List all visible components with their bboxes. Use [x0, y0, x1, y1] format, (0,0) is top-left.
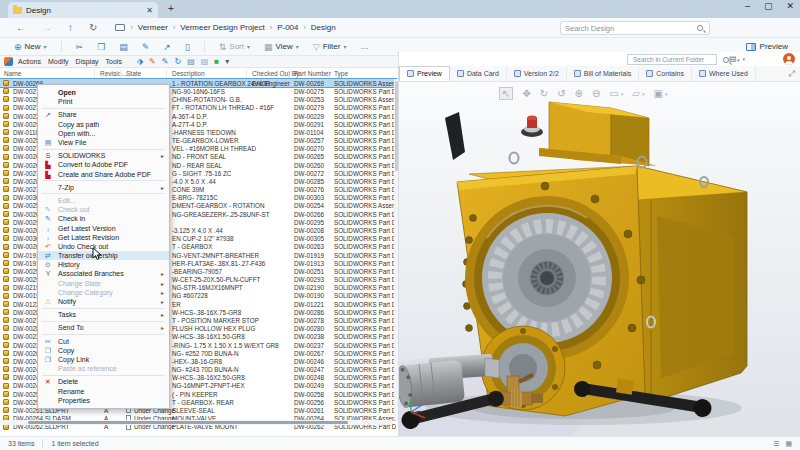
context-menu-item-copy-as-path[interactable]: Copy as path: [38, 120, 169, 129]
document-down-icon[interactable]: ▤: [187, 58, 195, 66]
roll-tool-icon[interactable]: ↺: [557, 88, 565, 99]
tab-data-card[interactable]: Data Card: [450, 66, 507, 81]
context-menu-item-view-file[interactable]: View File▤: [38, 138, 169, 147]
tab-bill-of-materials[interactable]: Bill of Materials: [567, 66, 639, 81]
document-add-icon[interactable]: ▤: [201, 58, 209, 66]
menu-display[interactable]: Display: [76, 58, 99, 65]
pin-icon[interactable]: ⬗: [137, 58, 143, 66]
new-button[interactable]: ⊕New▾: [14, 42, 47, 52]
tab-close-icon[interactable]: ✕: [146, 6, 153, 15]
green-build-icon[interactable]: ■: [214, 58, 219, 66]
expand-panel-icon[interactable]: ⤢: [789, 69, 795, 79]
rotate-tool-icon[interactable]: ↻: [540, 88, 548, 99]
context-menu-item-transfer-ownership[interactable]: Transfer ownership⇄: [38, 251, 169, 260]
context-menu-item-rename[interactable]: Rename: [38, 386, 169, 395]
cell: -3.125 X 4.0 X .44: [172, 227, 223, 234]
zoom-out-tool-icon[interactable]: ⊖: [592, 88, 600, 99]
get-latest-icon[interactable]: ↻: [174, 58, 181, 66]
preview-toggle-button[interactable]: Preview: [746, 42, 788, 51]
3d-viewer[interactable]: ↖✥↻↺⊕⊖▭▾▱▾▣▾: [399, 82, 800, 436]
context-menu-item-copy-link[interactable]: Copy Link❐: [38, 355, 169, 364]
back-icon[interactable]: ←: [16, 22, 26, 33]
menu-tools[interactable]: Tools: [106, 58, 122, 65]
pdm-list-options-icon[interactable]: ▤: [729, 54, 737, 63]
undo-check-out-icon: ↶: [44, 243, 52, 250]
copy-button[interactable]: ❐: [97, 42, 105, 52]
tab-preview[interactable]: Preview: [399, 66, 450, 81]
context-menu-item-properties[interactable]: Properties: [38, 396, 169, 405]
column-header-description[interactable]: Description: [172, 70, 205, 77]
rename-button[interactable]: ✎: [142, 42, 150, 52]
context-menu-item-delete[interactable]: Delete✕: [38, 377, 169, 386]
breadcrumb-item[interactable]: P-004: [277, 23, 298, 32]
context-menu-item-7-zip[interactable]: 7-Zip▸: [38, 183, 169, 192]
horizontal-scrollbar[interactable]: [0, 420, 392, 425]
maximize-button[interactable]: ▢: [764, 1, 773, 11]
context-menu-item-copy[interactable]: Copy❐: [38, 346, 169, 355]
breadcrumb-item[interactable]: Vermeer Design Project: [180, 23, 264, 32]
column-header-state[interactable]: State: [126, 70, 141, 77]
fit-view-tool-icon[interactable]: ▭▾: [609, 88, 623, 99]
check-out-icon[interactable]: ✎: [149, 58, 156, 66]
tab-where-used[interactable]: Where Used: [692, 66, 756, 81]
user-avatar[interactable]: [783, 53, 795, 65]
tab-version-2-2[interactable]: Version 2/2: [507, 66, 567, 81]
details-view-icon[interactable]: ☰: [773, 440, 779, 448]
column-header-revisio-[interactable]: Revisio...: [100, 70, 127, 77]
cut-button[interactable]: ✂: [76, 42, 84, 52]
context-menu-item-check-in[interactable]: Check in✎: [38, 214, 169, 223]
context-menu-item-create-and-share-adobe-pdf[interactable]: Create and Share Adobe PDF▙: [38, 170, 169, 179]
search-input[interactable]: [561, 24, 697, 33]
dropdown-caret-icon[interactable]: ▾: [225, 58, 229, 66]
sort-button[interactable]: ⇅Sort▾: [219, 42, 250, 52]
share-button[interactable]: ↗: [163, 42, 171, 52]
zoom-in-tool-icon[interactable]: ⊕: [575, 88, 583, 99]
paste-button[interactable]: ▤: [119, 42, 128, 52]
pdm-search-box[interactable]: ▾: [627, 54, 717, 65]
context-menu-item-get-latest-version[interactable]: Get Latest Version↓: [38, 223, 169, 232]
context-menu-item-open[interactable]: Open: [38, 88, 169, 97]
context-menu-item-tasks[interactable]: Tasks▸: [38, 310, 169, 319]
column-header-name[interactable]: Name: [4, 70, 21, 77]
check-in-icon[interactable]: ✎: [162, 58, 169, 66]
context-menu-item-cut[interactable]: Cut✂: [38, 337, 169, 346]
cell: DW-01913: [294, 260, 324, 267]
pdm-search-input[interactable]: [631, 55, 723, 64]
context-menu-item-convert-to-adobe-pdf[interactable]: Convert to Adobe PDF▙: [38, 160, 169, 169]
context-menu-item-print[interactable]: Print: [38, 97, 169, 106]
explorer-tab-design[interactable]: Design ✕: [8, 2, 158, 18]
more-button[interactable]: …: [360, 42, 368, 51]
filter-button[interactable]: ▽Filter▾: [313, 42, 347, 52]
column-header-type[interactable]: Type: [334, 70, 348, 77]
large-icons-view-icon[interactable]: ▦: [785, 440, 792, 448]
view-button[interactable]: ▦View▾: [264, 42, 299, 52]
up-icon[interactable]: ↑: [68, 22, 73, 33]
context-menu-item-associated-branches[interactable]: Associated BranchesY▸: [38, 269, 169, 278]
forward-icon[interactable]: →: [42, 22, 52, 33]
delete-button[interactable]: ▯: [185, 42, 190, 52]
refresh-icon[interactable]: ↻: [89, 22, 97, 33]
context-menu-item-undo-check-out[interactable]: Undo Check out↶: [38, 242, 169, 251]
pan-tool-icon[interactable]: ✥: [522, 88, 530, 99]
menu-modify[interactable]: Modify: [48, 58, 69, 65]
tab-contains[interactable]: Contains: [639, 66, 692, 81]
minimize-button[interactable]: –: [745, 1, 750, 11]
context-menu-item-open-with-[interactable]: Open with...: [38, 129, 169, 138]
explorer-search[interactable]: [560, 21, 710, 35]
orientation-cube-tool-icon[interactable]: ▣▾: [654, 88, 668, 99]
context-menu-item-history[interactable]: History⊙: [38, 260, 169, 269]
close-button[interactable]: ✕: [786, 1, 794, 11]
context-menu-item-solidworks[interactable]: SOLIDWORKSS▸: [38, 151, 169, 160]
menu-actions[interactable]: Actions: [18, 58, 41, 65]
new-tab-button[interactable]: +: [168, 3, 174, 14]
section-view-tool-icon[interactable]: ▱▾: [632, 88, 644, 99]
context-menu-item-notify[interactable]: Notify⚠▸: [38, 297, 169, 306]
breadcrumb-item[interactable]: Vermeer: [138, 23, 168, 32]
context-menu-item-send-to[interactable]: Send To▸: [38, 323, 169, 332]
context-menu-item-share[interactable]: Share↗: [38, 110, 169, 119]
column-header-part-number[interactable]: Part Number: [294, 70, 331, 77]
breadcrumb-item[interactable]: Design: [311, 23, 336, 32]
column-header-checked-out-by[interactable]: Checked Out By: [252, 70, 299, 77]
select-tool-icon[interactable]: ↖: [499, 87, 513, 100]
context-menu-item-get-latest-revision[interactable]: Get Latest Revision↓: [38, 233, 169, 242]
